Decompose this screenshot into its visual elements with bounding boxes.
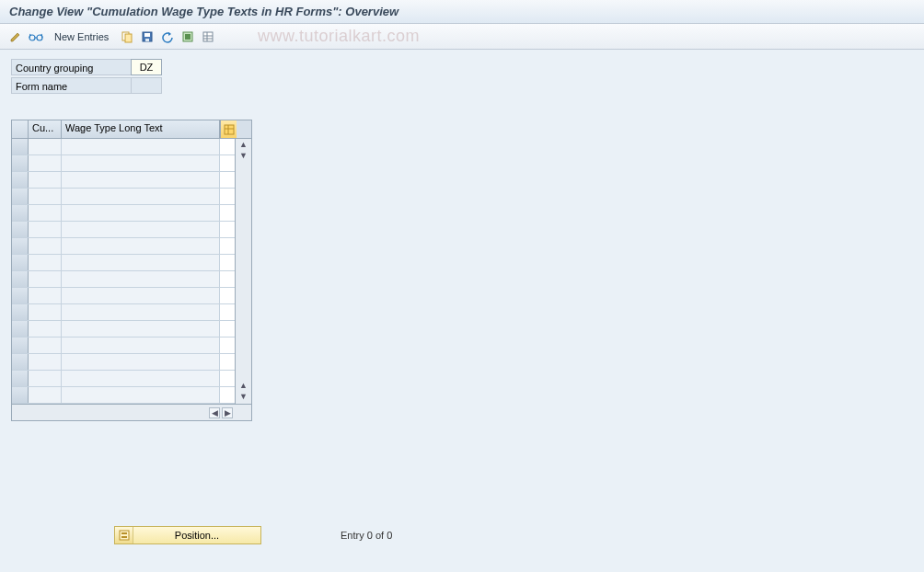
- title-bar: Change View "Cumulation Wage Type Texts …: [0, 0, 924, 24]
- svg-rect-18: [121, 536, 127, 538]
- cell-wagetype-text[interactable]: [62, 387, 220, 403]
- cell-cumulation[interactable]: [29, 139, 62, 154]
- cell-wagetype-text[interactable]: [62, 354, 220, 370]
- cell-cumulation[interactable]: [29, 337, 62, 353]
- cell-cumulation[interactable]: [29, 288, 62, 303]
- form-name-field[interactable]: [131, 77, 162, 94]
- table-row[interactable]: [12, 321, 235, 337]
- cell-wagetype-text[interactable]: [62, 271, 220, 287]
- table-row[interactable]: [12, 354, 235, 371]
- select-all-icon[interactable]: [179, 29, 196, 45]
- cell-cumulation[interactable]: [29, 222, 62, 237]
- copy-icon[interactable]: [119, 29, 135, 45]
- grid-rows: [12, 139, 235, 404]
- row-selector[interactable]: [12, 172, 29, 188]
- svg-rect-9: [203, 32, 213, 41]
- row-selector[interactable]: [12, 304, 29, 320]
- row-selector[interactable]: [12, 371, 29, 386]
- cell-cumulation[interactable]: [29, 172, 62, 188]
- cell-cumulation[interactable]: [29, 354, 62, 370]
- grid-select-all-header[interactable]: [12, 120, 29, 138]
- cell-wagetype-text[interactable]: [62, 155, 220, 171]
- cell-wagetype-text[interactable]: [62, 222, 220, 237]
- new-entries-button[interactable]: New Entries: [48, 29, 115, 45]
- grid-col-wagetype-text[interactable]: Wage Type Long Text: [62, 120, 220, 138]
- vertical-scrollbar[interactable]: ▲ ▼ ▲ ▼: [235, 139, 251, 404]
- row-selector[interactable]: [12, 222, 29, 237]
- cell-cumulation[interactable]: [29, 238, 62, 254]
- cell-wagetype-text[interactable]: [62, 288, 220, 303]
- toolbar: New Entries www.tutorialkart.com: [0, 24, 924, 50]
- cell-wagetype-text[interactable]: [62, 238, 220, 254]
- svg-rect-3: [125, 34, 132, 42]
- cell-wagetype-text[interactable]: [62, 255, 220, 270]
- cell-wagetype-text[interactable]: [62, 371, 220, 386]
- scroll-up-icon[interactable]: ▲: [238, 141, 249, 150]
- table-row[interactable]: [12, 288, 235, 304]
- cell-cumulation[interactable]: [29, 205, 62, 221]
- save-icon[interactable]: [139, 29, 156, 45]
- glasses-icon[interactable]: [28, 29, 44, 45]
- cell-wagetype-text[interactable]: [62, 205, 220, 221]
- row-selector[interactable]: [12, 337, 29, 353]
- watermark-text: www.tutorialkart.com: [258, 27, 420, 46]
- row-selector[interactable]: [12, 139, 29, 154]
- horizontal-scrollbar[interactable]: ◀ ▶: [12, 404, 251, 420]
- country-grouping-field[interactable]: DZ: [131, 59, 162, 75]
- row-selector[interactable]: [12, 255, 29, 270]
- cell-wagetype-text[interactable]: [62, 337, 220, 353]
- scroll-left-icon[interactable]: ◀: [209, 407, 220, 418]
- data-grid: Cu... Wage Type Long Text ▲ ▼ ▲ ▼ ◀ ▶: [11, 120, 252, 421]
- table-row[interactable]: [12, 139, 235, 155]
- cell-cumulation[interactable]: [29, 255, 62, 270]
- undo-icon[interactable]: [159, 29, 176, 45]
- table-row[interactable]: [12, 304, 235, 321]
- cell-cumulation[interactable]: [29, 304, 62, 320]
- cell-wagetype-text[interactable]: [62, 304, 220, 320]
- table-row[interactable]: [12, 238, 235, 255]
- scroll-right-icon[interactable]: ▶: [222, 407, 233, 418]
- svg-rect-16: [120, 531, 129, 540]
- row-selector[interactable]: [12, 288, 29, 303]
- cell-cumulation[interactable]: [29, 321, 62, 337]
- change-icon[interactable]: [7, 29, 24, 45]
- table-row[interactable]: [12, 155, 235, 172]
- row-selector[interactable]: [12, 387, 29, 403]
- grid-col-cumulation[interactable]: Cu...: [29, 120, 62, 138]
- table-row[interactable]: [12, 337, 235, 354]
- cell-wagetype-text[interactable]: [62, 321, 220, 337]
- table-row[interactable]: [12, 172, 235, 189]
- grid-configure-icon[interactable]: [220, 120, 237, 138]
- row-selector[interactable]: [12, 205, 29, 221]
- position-button[interactable]: Position...: [114, 526, 261, 544]
- table-row[interactable]: [12, 222, 235, 238]
- row-selector[interactable]: [12, 354, 29, 370]
- table-row[interactable]: [12, 387, 235, 404]
- cell-cumulation[interactable]: [29, 271, 62, 287]
- cell-wagetype-text[interactable]: [62, 189, 220, 204]
- table-row[interactable]: [12, 255, 235, 271]
- table-settings-icon[interactable]: [200, 29, 216, 45]
- table-row[interactable]: [12, 189, 235, 205]
- cell-wagetype-text[interactable]: [62, 172, 220, 188]
- scroll-down-icon[interactable]: ▼: [238, 152, 249, 161]
- row-selector[interactable]: [12, 238, 29, 254]
- cell-wagetype-text[interactable]: [62, 139, 220, 154]
- row-selector[interactable]: [12, 189, 29, 204]
- table-row[interactable]: [12, 371, 235, 387]
- scroll-up2-icon[interactable]: ▲: [238, 382, 249, 391]
- scroll-down2-icon[interactable]: ▼: [238, 393, 249, 402]
- row-selector[interactable]: [12, 155, 29, 171]
- position-button-label: Position...: [133, 530, 260, 541]
- position-icon: [115, 527, 133, 543]
- row-selector[interactable]: [12, 271, 29, 287]
- row-selector[interactable]: [12, 321, 29, 337]
- cell-cumulation[interactable]: [29, 387, 62, 403]
- svg-rect-6: [145, 39, 149, 41]
- svg-rect-13: [225, 125, 234, 134]
- table-row[interactable]: [12, 271, 235, 288]
- table-row[interactable]: [12, 205, 235, 222]
- cell-cumulation[interactable]: [29, 189, 62, 204]
- cell-cumulation[interactable]: [29, 371, 62, 386]
- cell-cumulation[interactable]: [29, 155, 62, 171]
